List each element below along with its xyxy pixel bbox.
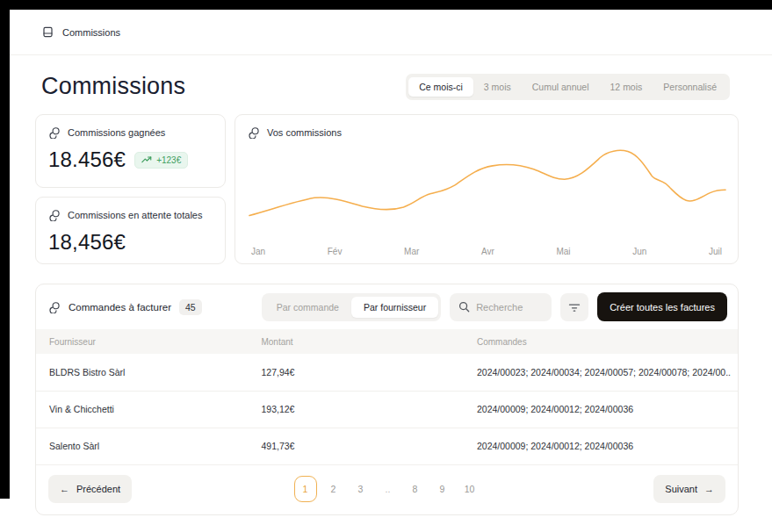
orders-title-group: Commandes à facturer 45	[48, 299, 202, 315]
panel-icon	[41, 25, 54, 39]
stat-value: 18,456€	[48, 230, 126, 255]
stat-label: Commissions en attente totales	[68, 210, 202, 220]
stat-value-row: 18.456€ +123€	[48, 147, 213, 172]
previous-label: Précédent	[76, 484, 120, 494]
x-label: Mar	[404, 247, 419, 256]
trend-badge-value: +123€	[156, 155, 181, 165]
orders-card-header: Commandes à facturer 45 Par commande Par…	[36, 284, 738, 329]
column-header-fournisseur[interactable]: Fournisseur	[36, 329, 261, 354]
x-label: Fév	[328, 247, 343, 256]
card-label-row: Commissions gagnées	[48, 126, 213, 139]
card-commissions-gagnees: Commissions gagnées 18.456€ +123€	[35, 114, 226, 188]
cell-commandes: 2024/00009; 2024/00012; 2024/00036	[477, 391, 738, 428]
search-icon	[458, 301, 470, 313]
cell-fournisseur: Salento Sàrl	[36, 428, 261, 464]
top-navigation-bar: Commissions	[10, 10, 772, 55]
x-label: Mai	[556, 247, 570, 256]
cell-montant: 193,12€	[261, 391, 477, 428]
card-label-row: Commissions en attente totales	[48, 209, 213, 221]
cell-commandes: 2024/00023; 2024/00034; 2024/00057; 2024…	[477, 354, 738, 391]
page-header: Commissions Ce mois-ci 3 mois Cumul annu…	[10, 55, 772, 100]
breadcrumb-label: Commissions	[62, 27, 120, 38]
tab-12-mois[interactable]: 12 mois	[600, 77, 653, 97]
page-ellipsis: ..	[378, 476, 399, 502]
stat-value: 18.456€	[48, 147, 126, 172]
card-vos-commissions: Vos commissions Jan Fév Mar Avr Mai Jun …	[234, 114, 739, 264]
tab-personnalise[interactable]: Personnalisé	[653, 77, 727, 97]
arrow-right-icon: →	[704, 484, 714, 494]
pagination-bar: ← Précédent 1 2 3 .. 8 9 10 Suivant →	[36, 464, 738, 514]
orders-count-badge: 45	[179, 299, 202, 315]
toggle-par-commande[interactable]: Par commande	[264, 297, 351, 318]
orders-table-header: Fournisseur Montant Commandes	[36, 329, 738, 354]
next-page-button[interactable]: Suivant →	[653, 475, 725, 503]
trend-badge: +123€	[134, 152, 188, 169]
chart-title: Vos commissions	[267, 127, 342, 138]
x-label: Juil	[709, 247, 722, 256]
table-row[interactable]: BLDRS Bistro Sàrl 127,94€ 2024/00023; 20…	[36, 354, 738, 391]
previous-page-button[interactable]: ← Précédent	[48, 475, 132, 503]
stat-column: Commissions gagnées 18.456€ +123€	[35, 114, 226, 264]
orders-title: Commandes à facturer	[69, 302, 171, 313]
x-label: Jan	[251, 247, 265, 256]
stat-label: Commissions gagnées	[68, 127, 165, 138]
x-label: Avr	[481, 247, 494, 256]
filter-icon	[568, 302, 581, 313]
page-number-1[interactable]: 1	[294, 476, 317, 502]
trending-up-icon	[141, 155, 152, 164]
page-number-3[interactable]: 3	[350, 476, 372, 502]
search-input[interactable]	[476, 302, 546, 313]
coins-icon	[48, 209, 61, 221]
cell-commandes: 2024/00009; 2024/00012; 2024/00036	[477, 428, 738, 464]
arrow-left-icon: ←	[60, 484, 69, 494]
filter-button[interactable]	[560, 293, 588, 321]
screenshot-canvas: Commissions Commissions Ce mois-ci 3 moi…	[0, 0, 772, 532]
page-title: Commissions	[41, 73, 185, 100]
table-row[interactable]: Vin & Chicchetti 193,12€ 2024/00009; 202…	[36, 391, 738, 428]
commissions-line-chart	[248, 142, 727, 245]
search-box[interactable]	[450, 293, 552, 321]
cell-fournisseur: BLDRS Bistro Sàrl	[36, 354, 261, 391]
stat-value-row: 18,456€	[48, 230, 213, 255]
coins-icon	[48, 126, 61, 139]
orders-card: Commandes à facturer 45 Par commande Par…	[35, 284, 739, 515]
tab-ce-mois-ci[interactable]: Ce mois-ci	[408, 77, 473, 97]
next-label: Suivant	[665, 484, 697, 494]
orders-toolbar: Par commande Par fournisseur	[262, 292, 727, 321]
page-number-2[interactable]: 2	[323, 476, 344, 502]
group-by-toggle: Par commande Par fournisseur	[262, 293, 441, 321]
x-label: Jun	[632, 247, 646, 256]
coins-icon	[248, 126, 260, 139]
card-commissions-attente: Commissions en attente totales 18,456€	[35, 197, 226, 264]
page-number-list: 1 2 3 .. 8 9 10	[294, 476, 480, 502]
line-chart-svg	[248, 142, 727, 226]
period-tabs: Ce mois-ci 3 mois Cumul annuel 12 mois P…	[406, 74, 730, 100]
column-header-montant[interactable]: Montant	[261, 329, 477, 354]
tab-cumul-annuel[interactable]: Cumul annuel	[522, 77, 600, 97]
chart-x-axis-labels: Jan Fév Mar Avr Mai Jun Juil	[248, 245, 727, 256]
page-number-8[interactable]: 8	[405, 476, 426, 502]
table-row[interactable]: Salento Sàrl 491,73€ 2024/00009; 2024/00…	[36, 428, 738, 464]
cell-montant: 491,73€	[261, 428, 477, 464]
toggle-par-fournisseur[interactable]: Par fournisseur	[351, 297, 438, 318]
tab-3-mois[interactable]: 3 mois	[473, 77, 522, 97]
frame-edge-left	[0, 0, 10, 499]
breadcrumb[interactable]: Commissions	[41, 25, 120, 39]
page-number-9[interactable]: 9	[432, 476, 453, 502]
app-page: Commissions Commissions Ce mois-ci 3 moi…	[10, 10, 772, 532]
orders-table: Fournisseur Montant Commandes BLDRS Bist…	[36, 329, 738, 464]
column-header-commandes[interactable]: Commandes	[477, 329, 738, 354]
cell-fournisseur: Vin & Chicchetti	[36, 391, 261, 428]
dashboard-row: Commissions gagnées 18.456€ +123€	[35, 114, 739, 264]
coins-icon	[48, 301, 61, 313]
frame-edge-top	[0, 0, 772, 10]
chart-title-row: Vos commissions	[248, 126, 727, 139]
create-all-invoices-button[interactable]: Créer toutes les factures	[597, 292, 727, 321]
page-number-10[interactable]: 10	[459, 476, 480, 502]
cell-montant: 127,94€	[261, 354, 477, 391]
